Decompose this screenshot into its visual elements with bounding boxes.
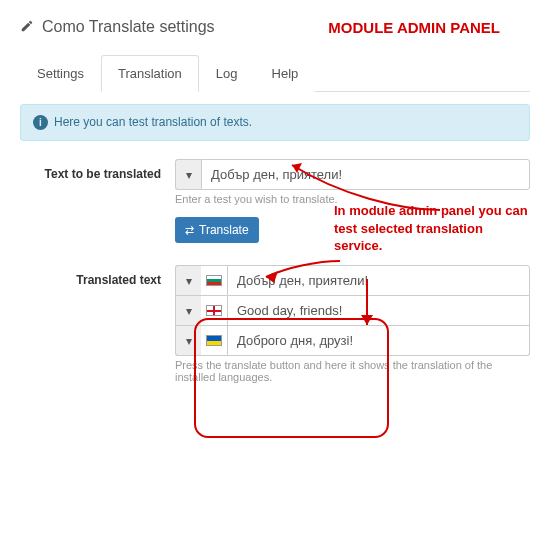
chevron-down-icon: ▾ xyxy=(186,304,192,318)
tab-translation[interactable]: Translation xyxy=(101,55,199,92)
input-toggle[interactable]: ▾ xyxy=(175,159,201,190)
info-icon: i xyxy=(33,115,48,130)
info-alert: iHere you can test translation of texts. xyxy=(20,104,530,141)
result-row: ▾ Доброго дня, друзі! xyxy=(175,326,530,356)
output-label: Translated text xyxy=(20,265,175,383)
translate-button[interactable]: ⇄Translate xyxy=(175,217,259,243)
flag-icon xyxy=(201,326,227,356)
chevron-down-icon: ▾ xyxy=(186,274,192,288)
tab-help[interactable]: Help xyxy=(255,55,316,92)
chevron-down-icon: ▾ xyxy=(186,168,192,182)
result-text: Добър ден, приятели! xyxy=(227,265,530,296)
result-row: ▾ Good day, friends! xyxy=(175,296,530,326)
chevron-down-icon: ▾ xyxy=(186,334,192,348)
tab-settings[interactable]: Settings xyxy=(20,55,101,92)
row-toggle[interactable]: ▾ xyxy=(175,326,201,356)
output-help: Press the translate button and here it s… xyxy=(175,359,530,383)
callout-text: In module admin panel you can test selec… xyxy=(334,202,534,255)
result-text: Доброго дня, друзі! xyxy=(227,326,530,356)
input-label: Text to be translated xyxy=(20,159,175,243)
banner-label: MODULE ADMIN PANEL xyxy=(328,19,500,36)
page-title: Como Translate settings xyxy=(42,18,328,36)
row-toggle[interactable]: ▾ xyxy=(175,265,201,296)
flag-icon xyxy=(201,296,227,326)
translate-icon: ⇄ xyxy=(185,224,194,237)
text-input[interactable]: Добър ден, приятели! xyxy=(201,159,530,190)
result-row: ▾ Добър ден, приятели! xyxy=(175,265,530,296)
translate-button-label: Translate xyxy=(199,223,249,237)
flag-icon xyxy=(201,265,227,296)
tab-log[interactable]: Log xyxy=(199,55,255,92)
result-text: Good day, friends! xyxy=(227,296,530,326)
row-toggle[interactable]: ▾ xyxy=(175,296,201,326)
pencil-icon xyxy=(20,19,34,36)
tabs: Settings Translation Log Help xyxy=(20,54,530,92)
info-text: Here you can test translation of texts. xyxy=(54,115,252,129)
